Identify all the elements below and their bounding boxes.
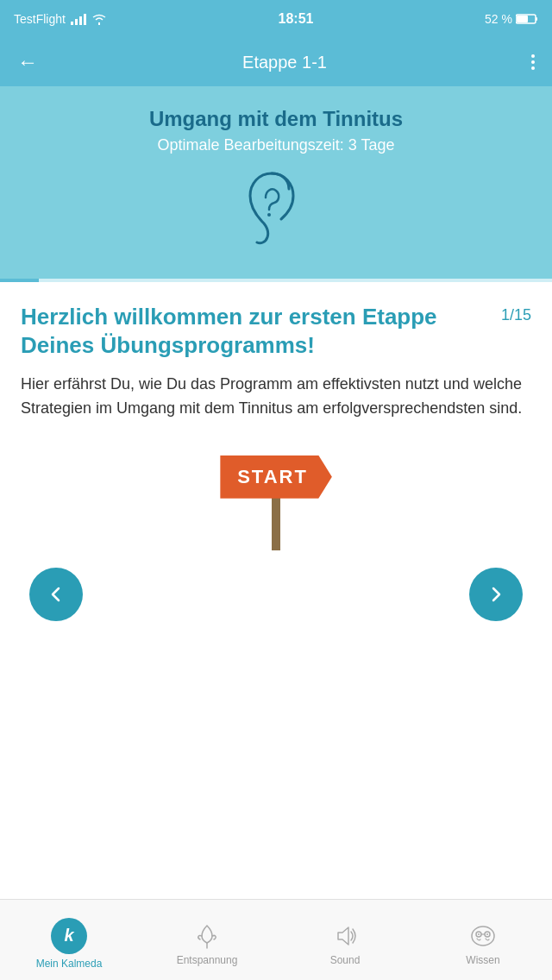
wissen-icon xyxy=(468,921,498,951)
entspannung-icon xyxy=(192,921,222,951)
svg-rect-5 xyxy=(536,17,537,21)
page-count: 1/15 xyxy=(501,303,531,324)
main-body-text: Hier erfährst Du, wie Du das Programm am… xyxy=(21,373,531,421)
back-button[interactable]: ← xyxy=(17,50,38,74)
tab-entspannung[interactable]: Entspannung xyxy=(138,900,276,980)
header-title: Umgang mit dem Tinnitus xyxy=(17,107,535,131)
slide-nav-buttons xyxy=(21,568,531,621)
sound-icon xyxy=(330,921,360,951)
status-time: 18:51 xyxy=(279,11,314,27)
app-name-label: TestFlight xyxy=(14,12,66,26)
signal-icon xyxy=(71,14,86,25)
svg-point-13 xyxy=(478,933,480,935)
nav-title: Etappe 1-1 xyxy=(242,53,327,72)
tab-entspannung-label: Entspannung xyxy=(177,954,238,966)
header-section: Umgang mit dem Tinnitus Optimale Bearbei… xyxy=(0,86,552,279)
prev-button[interactable] xyxy=(29,568,83,621)
next-button[interactable] xyxy=(469,568,523,621)
battery-icon xyxy=(516,13,538,25)
status-right: 52 % xyxy=(485,12,538,26)
main-content: Herzlich willkommen zur ersten Etappe De… xyxy=(0,282,552,647)
tab-wissen-label: Wissen xyxy=(466,954,499,966)
start-sign[interactable]: START xyxy=(220,455,332,499)
tab-mein-kalmeda[interactable]: k Mein Kalmeda xyxy=(0,900,138,980)
page-header: Herzlich willkommen zur ersten Etappe De… xyxy=(21,303,531,359)
prev-arrow-icon xyxy=(47,585,66,604)
signpost: START xyxy=(21,447,531,550)
welcome-title: Herzlich willkommen zur ersten Etappe De… xyxy=(21,303,501,359)
svg-rect-0 xyxy=(71,22,73,25)
battery-label: 52 % xyxy=(485,12,512,26)
status-left: TestFlight xyxy=(14,12,107,26)
nav-bar: ← Etappe 1-1 xyxy=(0,38,552,86)
header-subtitle: Optimale Bearbeitungszeit: 3 Tage xyxy=(17,136,535,154)
svg-rect-3 xyxy=(84,14,86,25)
ear-icon xyxy=(242,172,310,249)
tab-sound-label: Sound xyxy=(330,954,361,966)
status-bar: TestFlight 18:51 52 % xyxy=(0,0,552,38)
svg-point-7 xyxy=(267,213,271,217)
svg-point-9 xyxy=(472,927,494,945)
next-arrow-icon xyxy=(486,585,505,604)
svg-point-14 xyxy=(486,933,488,935)
more-button[interactable] xyxy=(531,54,535,70)
tab-wissen[interactable]: Wissen xyxy=(414,900,552,980)
tab-bar: k Mein Kalmeda Entspannung Sound xyxy=(0,899,552,980)
kalmeda-icon: k xyxy=(51,918,87,954)
svg-rect-6 xyxy=(517,16,528,22)
tab-mein-kalmeda-label: Mein Kalmeda xyxy=(36,958,103,970)
svg-rect-1 xyxy=(75,19,78,25)
wifi-icon xyxy=(91,14,107,25)
tab-sound[interactable]: Sound xyxy=(276,900,414,980)
svg-rect-2 xyxy=(79,16,82,25)
